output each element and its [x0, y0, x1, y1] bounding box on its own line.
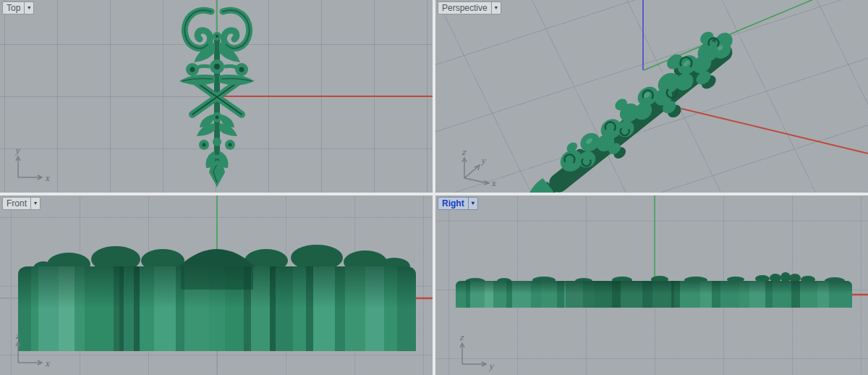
viewport-title-label: Perspective: [438, 2, 491, 14]
viewport-title-front[interactable]: Front ▾: [2, 197, 41, 210]
model-ornament-right-view[interactable]: [456, 272, 852, 308]
viewport-perspective-canvas: [435, 0, 868, 193]
viewport-divider-horizontal[interactable]: [0, 193, 868, 195]
viewport-title-label: Front: [3, 198, 30, 209]
model-ornament-front-view[interactable]: [18, 245, 416, 351]
rhino-four-view-workspace: Top ▾ y x: [0, 0, 868, 375]
viewport-title-dropdown-icon[interactable]: ▾: [491, 2, 501, 14]
viewport-front-canvas: [0, 195, 433, 375]
viewport-title-perspective[interactable]: Perspective ▾: [438, 1, 501, 14]
viewport-front[interactable]: Front ▾ z x: [0, 195, 433, 375]
x-axis-line: [681, 109, 868, 153]
viewport-title-label: Top: [3, 2, 24, 14]
viewport-divider-vertical[interactable]: [433, 0, 435, 375]
viewport-top-canvas: [0, 0, 433, 193]
viewport-title-dropdown-icon[interactable]: ▾: [24, 2, 33, 14]
model-ornament-perspective-view[interactable]: [512, 20, 749, 193]
viewport-perspective[interactable]: Perspective ▾ z y x: [435, 0, 868, 193]
viewport-top[interactable]: Top ▾ y x: [0, 0, 433, 193]
viewport-title-right[interactable]: Right ▾: [438, 197, 478, 210]
model-ornament-top-view[interactable]: [179, 10, 255, 187]
viewport-title-dropdown-icon[interactable]: ▾: [30, 198, 40, 209]
viewport-right-canvas: [435, 195, 868, 375]
viewport-title-dropdown-icon[interactable]: ▾: [468, 198, 477, 209]
viewport-title-top[interactable]: Top ▾: [2, 1, 34, 14]
viewport-right[interactable]: Right ▾ z y: [435, 195, 868, 375]
viewport-title-label: Right: [438, 198, 468, 209]
